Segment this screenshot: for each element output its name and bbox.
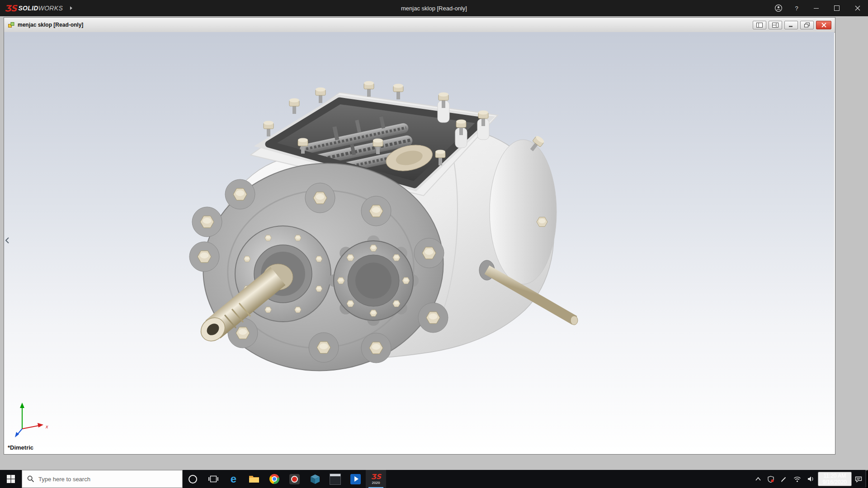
shield-status-icon [768, 476, 774, 483]
taskbar-icon-file-explorer[interactable] [244, 470, 264, 488]
taskbar-icon-chrome[interactable] [264, 470, 284, 488]
chevron-up-icon [755, 477, 761, 481]
solidworks-logo-icon: ƷS [5, 3, 16, 13]
system-tray: 11:20 AM 9/16/2020 [752, 470, 868, 488]
show-desktop-button[interactable] [865, 470, 868, 488]
taskbar-pinned-icon-3[interactable] [325, 470, 345, 488]
doc-minimize-button[interactable] [784, 21, 798, 29]
task-view-icon [208, 475, 218, 483]
app-close-button[interactable] [847, 0, 868, 16]
assembly-document-icon [8, 21, 15, 28]
doc-restore-icon [804, 23, 810, 28]
hidden-icons-chevron[interactable] [752, 470, 764, 488]
menu-expand-arrow-icon[interactable] [70, 6, 72, 10]
taskbar-clock[interactable]: 11:20 AM 9/16/2020 [818, 472, 852, 486]
doc-pane-button-1[interactable] [753, 21, 766, 29]
panel-expand-arrow-icon[interactable] [4, 235, 10, 246]
graphics-viewport[interactable]: x *Dimetric [4, 32, 834, 453]
pinned-app-1-icon [289, 474, 300, 484]
gearbox-model[interactable] [4, 32, 834, 453]
orientation-triad: x [12, 400, 54, 441]
pinned-app-3-icon [330, 474, 341, 485]
app-minimize-button[interactable] [806, 0, 826, 16]
edge-icon: e [231, 474, 236, 484]
tray-icon-2[interactable] [777, 470, 790, 488]
task-view-button[interactable] [203, 470, 223, 488]
doc-close-icon [821, 23, 826, 28]
taskbar-pinned-icon-2[interactable] [305, 470, 325, 488]
taskbar-pinned-icon-1[interactable] [284, 470, 305, 488]
triad-x-axis [22, 426, 38, 429]
pinned-app-2-icon [310, 474, 321, 484]
app-title: menjac sklop [Read-only] [401, 0, 467, 16]
document-window-buttons [753, 21, 831, 29]
app-caption-buttons: ? [769, 0, 868, 16]
document-titlebar: menjac sklop [Read-only] [4, 18, 835, 33]
help-button[interactable]: ? [788, 0, 806, 16]
pen-icon [780, 476, 787, 483]
app-maximize-button[interactable] [826, 0, 847, 16]
pane-layout-2-icon [772, 23, 778, 28]
minimize-icon [814, 8, 819, 9]
taskbar-pinned-icon-4[interactable] [345, 470, 366, 488]
side-cover[interactable] [328, 235, 419, 326]
taskbar-icon-edge[interactable]: e [223, 470, 244, 488]
solidworks-logo: ƷS SOLID WORKS [0, 3, 63, 13]
close-icon [855, 5, 860, 11]
volume-icon [807, 476, 815, 482]
solidworks-year-badge: 2020 [372, 481, 380, 485]
pinned-app-4-icon [350, 474, 361, 484]
clock-date: 9/16/2020 [823, 479, 847, 485]
volume-icon-button[interactable] [804, 470, 818, 488]
action-center-icon [855, 476, 862, 483]
action-center-button[interactable] [852, 470, 865, 488]
maximize-icon [834, 5, 840, 11]
doc-close-button[interactable] [816, 21, 831, 29]
doc-minimize-icon [788, 23, 794, 27]
windows-logo-icon [6, 474, 15, 483]
triad-x-label: x [45, 424, 48, 429]
document-window: menjac sklop [Read-only] [4, 17, 835, 455]
search-icon [27, 475, 34, 483]
account-icon [774, 4, 783, 12]
help-icon: ? [795, 5, 798, 12]
doc-pane-button-2[interactable] [769, 21, 782, 29]
solidworks-glyph: ƷS [371, 474, 381, 480]
pane-layout-icon [756, 23, 763, 28]
file-explorer-icon [249, 474, 259, 483]
cortana-icon [189, 475, 197, 483]
solidworks-app-icon: ƷS 2020 [371, 474, 381, 485]
cortana-button[interactable] [183, 470, 203, 488]
account-button[interactable] [769, 0, 788, 16]
taskbar-icon-solidworks[interactable]: ƷS 2020 [366, 470, 386, 488]
doc-restore-button[interactable] [800, 21, 814, 29]
view-orientation-label: *Dimetric [8, 444, 33, 451]
taskbar-search-input[interactable]: Type here to search [22, 470, 183, 488]
clock-time: 11:20 AM [823, 473, 846, 479]
network-icon-button[interactable] [790, 470, 804, 488]
start-button[interactable] [0, 470, 22, 488]
tray-icon-1[interactable] [764, 470, 777, 488]
search-placeholder-text: Type here to search [38, 476, 90, 483]
chrome-icon [269, 474, 279, 484]
taskbar: Type here to search e [0, 470, 868, 488]
brand-text-works: WORKS [38, 5, 63, 12]
wifi-icon [793, 476, 801, 482]
brand-text-solid: SOLID [18, 5, 38, 12]
document-title: menjac sklop [Read-only] [18, 22, 83, 28]
app-titlebar: ƷS SOLID WORKS menjac sklop [Read-only] … [0, 0, 868, 16]
